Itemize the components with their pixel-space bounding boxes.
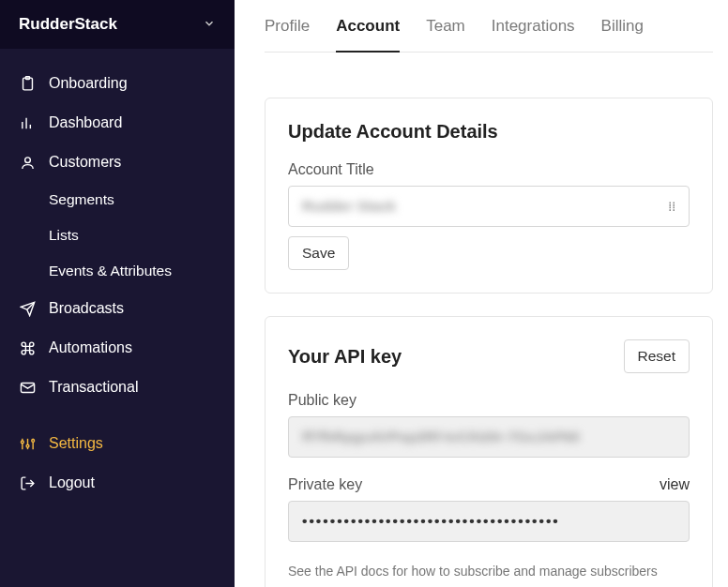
nav-automations[interactable]: Automations: [0, 328, 235, 368]
tab-team[interactable]: Team: [426, 17, 465, 52]
public-key-field[interactable]: ff7fhRpgsAVPop2Rf-tvCih20r-7GxJAP60: [288, 416, 690, 458]
nav-customers[interactable]: Customers: [0, 143, 235, 182]
nav-onboarding[interactable]: Onboarding: [0, 64, 235, 103]
nav-label: Dashboard: [49, 114, 122, 131]
nav-dashboard[interactable]: Dashboard: [0, 103, 235, 143]
private-key-value: •••••••••••••••••••••••••••••••••••••: [302, 513, 560, 530]
input-handle-icon: ⁞⁞: [668, 199, 675, 214]
user-icon: [19, 154, 36, 171]
public-key-value: ff7fhRpgsAVPop2Rf-tvCih20r-7GxJAP60: [302, 429, 580, 445]
nav-label: Onboarding: [49, 75, 128, 92]
save-button[interactable]: Save: [288, 236, 349, 270]
api-help-text: See the API docs for how to subscribe an…: [288, 561, 690, 587]
nav-label: Customers: [49, 154, 121, 171]
nav-label: Settings: [49, 435, 103, 452]
brand-name: RudderStack: [19, 15, 117, 34]
private-key-label: Private key: [288, 476, 362, 493]
nav-label: Automations: [49, 339, 132, 356]
nav-label: Transactional: [49, 379, 138, 396]
tab-account[interactable]: Account: [336, 17, 400, 53]
tab-billing[interactable]: Billing: [601, 17, 644, 52]
nav-list: Onboarding Dashboard Customers Segments …: [0, 49, 235, 503]
chevron-down-icon: [203, 17, 216, 33]
svg-point-12: [31, 439, 34, 442]
workspace-switcher[interactable]: RudderStack: [0, 0, 235, 49]
nav-broadcasts[interactable]: Broadcasts: [0, 289, 235, 328]
nav-settings[interactable]: Settings: [0, 424, 235, 463]
account-title-value: Rudder Stack: [302, 198, 396, 215]
nav-sub-segments[interactable]: Segments: [0, 182, 235, 218]
sidebar: RudderStack Onboarding Dashboard Custome…: [0, 0, 235, 587]
nav-label: Broadcasts: [49, 300, 124, 317]
main-content: Profile Account Team Integrations Billin…: [235, 0, 728, 587]
account-title-label: Account Title: [288, 161, 690, 178]
tab-integrations[interactable]: Integrations: [492, 17, 575, 52]
clipboard-icon: [19, 75, 36, 92]
nav-transactional[interactable]: Transactional: [0, 368, 235, 407]
nav-sub-events-attributes[interactable]: Events & Attributes: [0, 253, 235, 289]
sliders-icon: [19, 435, 36, 452]
nav-sub-lists[interactable]: Lists: [0, 218, 235, 253]
api-key-card: Your API key Reset Public key ff7fhRpgsA…: [265, 316, 713, 587]
svg-point-11: [26, 444, 29, 447]
bar-chart-icon: [19, 114, 36, 131]
account-title-input[interactable]: Rudder Stack ⁞⁞: [288, 186, 690, 227]
reset-button[interactable]: Reset: [624, 339, 690, 373]
account-details-card: Update Account Details Account Title Rud…: [265, 98, 713, 294]
card-title: Update Account Details: [288, 121, 690, 143]
logout-icon: [19, 474, 36, 491]
command-icon: [19, 339, 36, 356]
svg-point-10: [21, 440, 23, 443]
private-key-field[interactable]: •••••••••••••••••••••••••••••••••••••: [288, 501, 690, 542]
nav-logout[interactable]: Logout: [0, 463, 235, 503]
tab-profile[interactable]: Profile: [265, 17, 310, 52]
card-title: Your API key: [288, 346, 402, 368]
nav-label: Logout: [49, 474, 95, 491]
mail-icon: [19, 379, 36, 396]
view-private-key-link[interactable]: view: [660, 476, 690, 493]
public-key-label: Public key: [288, 392, 690, 409]
svg-point-5: [24, 157, 30, 162]
settings-tabs: Profile Account Team Integrations Billin…: [265, 0, 713, 53]
send-icon: [19, 300, 36, 317]
